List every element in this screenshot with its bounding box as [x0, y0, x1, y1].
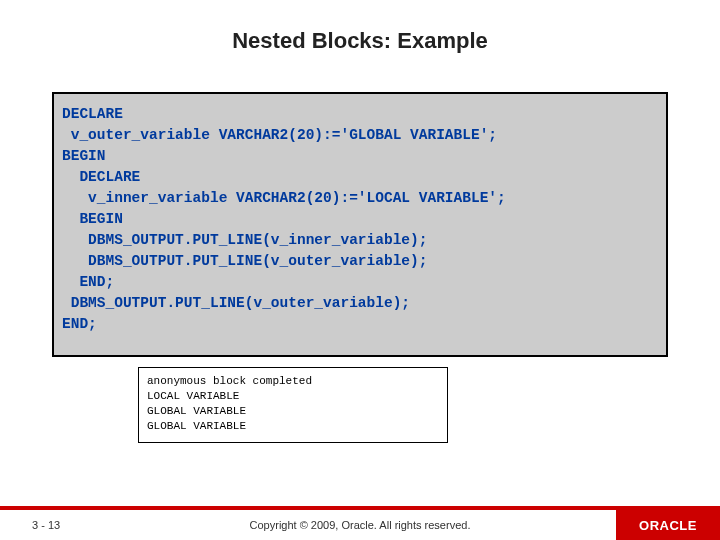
code-line: END;: [62, 274, 114, 290]
code-line: DECLARE: [62, 106, 123, 122]
output-line: LOCAL VARIABLE: [147, 390, 239, 402]
code-line: BEGIN: [62, 148, 106, 164]
code-line: v_inner_variable VARCHAR2(20):='LOCAL VA…: [62, 190, 506, 206]
copyright-text: Copyright © 2009, Oracle. All rights res…: [0, 519, 720, 531]
code-line: DECLARE: [62, 169, 140, 185]
output-line: anonymous block completed: [147, 375, 312, 387]
code-line: v_outer_variable VARCHAR2(20):='GLOBAL V…: [62, 127, 497, 143]
code-block: DECLARE v_outer_variable VARCHAR2(20):='…: [52, 92, 668, 357]
code-line: END;: [62, 316, 97, 332]
code-line: DBMS_OUTPUT.PUT_LINE(v_outer_variable);: [62, 295, 410, 311]
oracle-logo: ORACLE: [616, 510, 720, 540]
code-line: BEGIN: [62, 211, 123, 227]
code-line: DBMS_OUTPUT.PUT_LINE(v_outer_variable);: [62, 253, 427, 269]
code-line: DBMS_OUTPUT.PUT_LINE(v_inner_variable);: [62, 232, 427, 248]
output-line: GLOBAL VARIABLE: [147, 405, 246, 417]
footer: 3 - 13 Copyright © 2009, Oracle. All rig…: [0, 510, 720, 540]
slide-title: Nested Blocks: Example: [0, 0, 720, 72]
page-number: 3 - 13: [32, 519, 60, 531]
output-block: anonymous block completed LOCAL VARIABLE…: [138, 367, 448, 442]
output-line: GLOBAL VARIABLE: [147, 420, 246, 432]
